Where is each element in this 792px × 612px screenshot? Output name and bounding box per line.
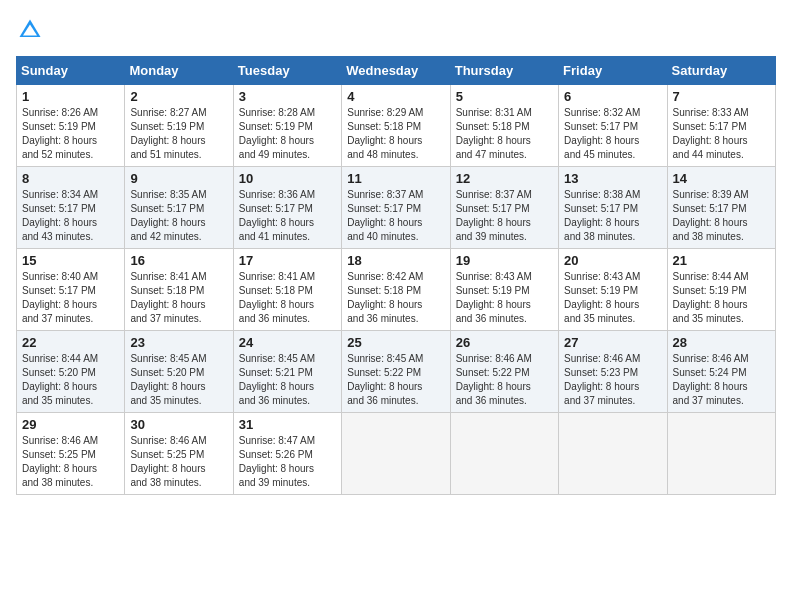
table-row: 17Sunrise: 8:41 AMSunset: 5:18 PMDayligh… bbox=[233, 249, 341, 331]
table-row: 7Sunrise: 8:33 AMSunset: 5:17 PMDaylight… bbox=[667, 85, 775, 167]
header-day-wednesday: Wednesday bbox=[342, 57, 450, 85]
table-row: 29Sunrise: 8:46 AMSunset: 5:25 PMDayligh… bbox=[17, 413, 125, 495]
logo bbox=[16, 16, 48, 44]
table-row: 21Sunrise: 8:44 AMSunset: 5:19 PMDayligh… bbox=[667, 249, 775, 331]
table-row: 19Sunrise: 8:43 AMSunset: 5:19 PMDayligh… bbox=[450, 249, 558, 331]
table-row: 26Sunrise: 8:46 AMSunset: 5:22 PMDayligh… bbox=[450, 331, 558, 413]
table-row bbox=[559, 413, 667, 495]
calendar-week-1: 8Sunrise: 8:34 AMSunset: 5:17 PMDaylight… bbox=[17, 167, 776, 249]
table-row: 31Sunrise: 8:47 AMSunset: 5:26 PMDayligh… bbox=[233, 413, 341, 495]
table-row: 13Sunrise: 8:38 AMSunset: 5:17 PMDayligh… bbox=[559, 167, 667, 249]
table-row: 9Sunrise: 8:35 AMSunset: 5:17 PMDaylight… bbox=[125, 167, 233, 249]
calendar-week-0: 1Sunrise: 8:26 AMSunset: 5:19 PMDaylight… bbox=[17, 85, 776, 167]
table-row: 6Sunrise: 8:32 AMSunset: 5:17 PMDaylight… bbox=[559, 85, 667, 167]
calendar-week-4: 29Sunrise: 8:46 AMSunset: 5:25 PMDayligh… bbox=[17, 413, 776, 495]
table-row: 5Sunrise: 8:31 AMSunset: 5:18 PMDaylight… bbox=[450, 85, 558, 167]
header-row: SundayMondayTuesdayWednesdayThursdayFrid… bbox=[17, 57, 776, 85]
table-row: 24Sunrise: 8:45 AMSunset: 5:21 PMDayligh… bbox=[233, 331, 341, 413]
table-row: 4Sunrise: 8:29 AMSunset: 5:18 PMDaylight… bbox=[342, 85, 450, 167]
table-row: 8Sunrise: 8:34 AMSunset: 5:17 PMDaylight… bbox=[17, 167, 125, 249]
table-row: 10Sunrise: 8:36 AMSunset: 5:17 PMDayligh… bbox=[233, 167, 341, 249]
table-row: 18Sunrise: 8:42 AMSunset: 5:18 PMDayligh… bbox=[342, 249, 450, 331]
table-row: 20Sunrise: 8:43 AMSunset: 5:19 PMDayligh… bbox=[559, 249, 667, 331]
table-row bbox=[342, 413, 450, 495]
table-row: 30Sunrise: 8:46 AMSunset: 5:25 PMDayligh… bbox=[125, 413, 233, 495]
table-row: 14Sunrise: 8:39 AMSunset: 5:17 PMDayligh… bbox=[667, 167, 775, 249]
header-day-tuesday: Tuesday bbox=[233, 57, 341, 85]
logo-icon bbox=[16, 16, 44, 44]
table-row: 28Sunrise: 8:46 AMSunset: 5:24 PMDayligh… bbox=[667, 331, 775, 413]
table-row: 16Sunrise: 8:41 AMSunset: 5:18 PMDayligh… bbox=[125, 249, 233, 331]
header-day-thursday: Thursday bbox=[450, 57, 558, 85]
table-row: 1Sunrise: 8:26 AMSunset: 5:19 PMDaylight… bbox=[17, 85, 125, 167]
table-row: 27Sunrise: 8:46 AMSunset: 5:23 PMDayligh… bbox=[559, 331, 667, 413]
table-row: 25Sunrise: 8:45 AMSunset: 5:22 PMDayligh… bbox=[342, 331, 450, 413]
table-row: 12Sunrise: 8:37 AMSunset: 5:17 PMDayligh… bbox=[450, 167, 558, 249]
table-row: 11Sunrise: 8:37 AMSunset: 5:17 PMDayligh… bbox=[342, 167, 450, 249]
header-day-sunday: Sunday bbox=[17, 57, 125, 85]
table-row bbox=[667, 413, 775, 495]
table-row: 22Sunrise: 8:44 AMSunset: 5:20 PMDayligh… bbox=[17, 331, 125, 413]
calendar-week-2: 15Sunrise: 8:40 AMSunset: 5:17 PMDayligh… bbox=[17, 249, 776, 331]
header-day-monday: Monday bbox=[125, 57, 233, 85]
header-day-saturday: Saturday bbox=[667, 57, 775, 85]
table-row: 15Sunrise: 8:40 AMSunset: 5:17 PMDayligh… bbox=[17, 249, 125, 331]
header-day-friday: Friday bbox=[559, 57, 667, 85]
table-row bbox=[450, 413, 558, 495]
calendar-week-3: 22Sunrise: 8:44 AMSunset: 5:20 PMDayligh… bbox=[17, 331, 776, 413]
table-row: 2Sunrise: 8:27 AMSunset: 5:19 PMDaylight… bbox=[125, 85, 233, 167]
calendar-table: SundayMondayTuesdayWednesdayThursdayFrid… bbox=[16, 56, 776, 495]
table-row: 23Sunrise: 8:45 AMSunset: 5:20 PMDayligh… bbox=[125, 331, 233, 413]
page-header bbox=[16, 16, 776, 44]
table-row: 3Sunrise: 8:28 AMSunset: 5:19 PMDaylight… bbox=[233, 85, 341, 167]
